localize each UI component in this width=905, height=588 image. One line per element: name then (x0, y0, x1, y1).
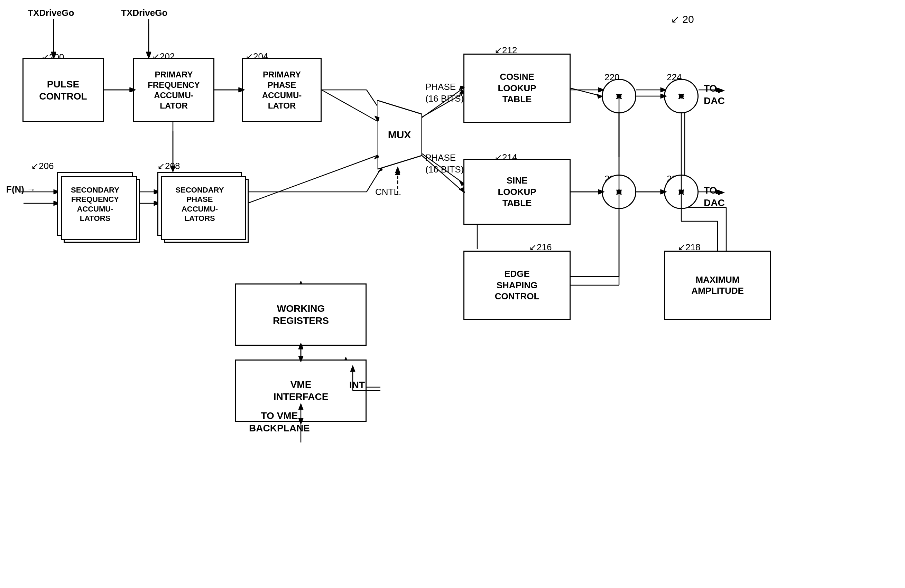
txdrivego-label-2: TXDriveGo (121, 8, 167, 18)
block-diagram: ↙ 20 TXDriveGo TXDriveGo ↙200 PULSE CONT… (0, 0, 905, 588)
secondary-freq-acc-block: SECONDARYFREQUENCYACCUMU-LATORS (57, 172, 133, 236)
id-206: ↙206 (31, 161, 54, 171)
max-amplitude-block: MAXIMUMAMPLITUDE (664, 250, 771, 320)
int-label: INT (349, 380, 365, 391)
svg-marker-3 (146, 52, 151, 58)
sine-lut-block: SINELOOKUPTABLE (464, 159, 571, 225)
mult-220: × (602, 79, 636, 113)
ref-20: ↙ 20 (671, 13, 694, 25)
phase-16bits-bot: PHASE(16 BITS) (426, 152, 464, 176)
svg-text:MUX: MUX (388, 129, 411, 140)
svg-marker-25 (395, 169, 400, 175)
phase-16bits-top: PHASE(16 BITS) (426, 81, 464, 105)
fn-label: F(N) → (6, 184, 36, 195)
mult-222: × (602, 174, 636, 209)
mux-shape: MUX (377, 100, 422, 170)
secondary-phase-acc-block: SECONDARYPHASEACCUMU-LATORS (157, 172, 242, 236)
to-dac-top: TODAC (704, 82, 725, 108)
mult-226: × (664, 174, 699, 209)
mult-224: × (664, 79, 699, 113)
pulse-control-block: PULSE CONTROL (22, 58, 104, 122)
to-vme-backplane-label: TO VMEBACKPLANE (249, 410, 310, 435)
primary-phase-acc-block: PRIMARYPHASEACCUMU-LATOR (242, 58, 322, 122)
id-208: ↙208 (157, 161, 180, 171)
to-dac-bot: TODAC (704, 184, 725, 209)
cosine-lut-block: COSINELOOKUPTABLE (464, 54, 571, 123)
edge-shaping-block: EDGESHAPINGCONTROL (464, 250, 571, 320)
txdrivego-label-1: TXDriveGo (28, 8, 74, 18)
primary-freq-acc-block: PRIMARYFREQUENCYACCUMU-LATOR (133, 58, 214, 122)
working-registers-block: WORKINGREGISTERS (235, 284, 367, 346)
cntl-label: CNTL. (375, 187, 401, 197)
